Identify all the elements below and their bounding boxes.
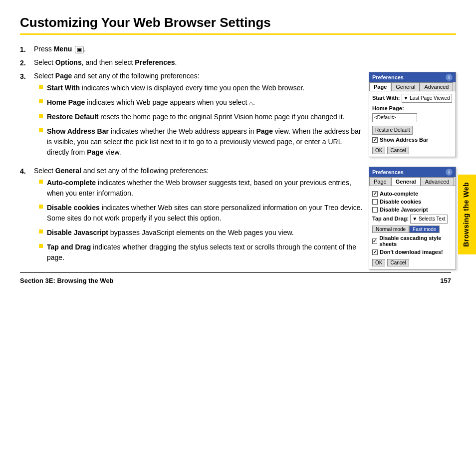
side-tab: Browsing the Web (458, 175, 476, 254)
bullet-show-address-bar: Show Address Bar indicates whether the W… (34, 126, 364, 158)
bullet-icon-4 (39, 128, 43, 132)
prefs-tabs-1: Page General Advanced (369, 82, 456, 91)
prefs-tab-general[interactable]: General (391, 82, 420, 91)
bullet-text-2: Home Page indicates which Web page appea… (47, 97, 364, 108)
tap-drag-row: Tap and Drag: ▼ Selects Text (372, 215, 453, 224)
bullet-auto-complete: Auto-complete indicates whether the Web … (34, 178, 364, 199)
step-3-text-col: Select Page and set any of the following… (34, 72, 364, 162)
info-icon-1: i (446, 74, 453, 81)
disable-js-checkbox[interactable] (372, 207, 378, 213)
disable-js-label: Disable Javascript (380, 207, 428, 213)
prefs-titlebar-2: Preferences i (369, 167, 456, 177)
prefs-tab-advanced-2[interactable]: Advanced (421, 177, 454, 186)
page-title: Customizing Your Web Browser Settings (20, 15, 456, 30)
restore-default-btn[interactable]: Restore Default (372, 126, 413, 135)
disable-css-label: Disable cascading style sheets (379, 235, 453, 247)
bullet-icon-5 (39, 180, 43, 184)
ok-btn-2[interactable]: OK (372, 259, 385, 266)
prefs-tab-page[interactable]: Page (369, 82, 391, 91)
bullet-text-4: Show Address Bar indicates whether the W… (47, 126, 364, 158)
step-4-text-col: Select General and set any of the follow… (34, 167, 364, 267)
home-page-row: Home Page: <Default> (372, 105, 453, 122)
bullet-text-7: Disable Javascript bypasses JavaScript e… (47, 228, 364, 238)
page-footer: Section 3E: Browsing the Web 157 (20, 272, 451, 284)
step-3-bullets: Start With indicates which view is displ… (34, 83, 364, 158)
start-with-dropdown[interactable]: ▼ Last Page Viewed (402, 94, 452, 103)
info-icon-2: i (446, 169, 453, 176)
restore-default-row: Restore Default (372, 124, 453, 135)
bullet-icon-6 (39, 205, 43, 209)
bullet-text-5: Auto-complete indicates whether the Web … (47, 178, 364, 199)
page-label: Page (55, 72, 72, 80)
prefs-buttons-1: OK Cancel (372, 145, 453, 154)
bullet-icon-7 (39, 230, 43, 234)
bullet-text-8: Tap and Drag indicates whether dragging … (47, 242, 364, 263)
disable-cookies-checkbox[interactable] (372, 199, 378, 205)
bullet-text-3: Restore Default resets the home page to … (47, 112, 364, 122)
prefs-tab-advanced[interactable]: Advanced (420, 82, 453, 91)
bullet-icon-3 (39, 114, 43, 118)
step-4-num: 4. (20, 167, 34, 175)
prefs-tab-page-2[interactable]: Page (369, 177, 391, 186)
footer-section: Section 3E: Browsing the Web (20, 277, 114, 284)
step-3-intro: Select Page and set any of the following… (34, 72, 364, 80)
mode-row: Normal mode Fast mode (372, 226, 453, 233)
cancel-btn-1[interactable]: Cancel (387, 147, 409, 154)
auto-complete-label: Auto-complete (380, 191, 418, 197)
prefs-tabs-2: Page General Advanced (369, 177, 456, 186)
start-with-label: Start With: (372, 95, 400, 101)
main-list: 1. Press Menu ▣. 2. Select Options, and … (20, 45, 456, 269)
tap-drag-dropdown[interactable]: ▼ Selects Text (410, 215, 447, 224)
prefs-widget-page: Preferences i Page General Advanced Star… (369, 72, 456, 157)
normal-mode-btn[interactable]: Normal mode (372, 226, 409, 233)
auto-complete-checkbox[interactable]: ✓ (372, 191, 378, 197)
show-address-bar-row: ✓ Show Address Bar (372, 137, 453, 143)
prefs-buttons-2: OK Cancel (372, 257, 453, 266)
bullet-tap-and-drag: Tap and Drag indicates whether dragging … (34, 242, 364, 263)
bullet-disable-cookies: Disable cookies indicates whether Web si… (34, 203, 364, 224)
general-label: General (55, 167, 81, 175)
home-page-input[interactable]: <Default> (372, 113, 417, 122)
no-images-row: ✓ Don't download images! (372, 249, 453, 255)
page-container: Customizing Your Web Browser Settings 1.… (0, 0, 476, 294)
title-underline (20, 33, 456, 35)
home-icon: ⌂ (249, 98, 253, 108)
prefs-widget-general: Preferences i Page General Advanced ✓ Au… (369, 167, 456, 269)
prefs-titlebar-1: Preferences i (369, 72, 456, 82)
ok-btn-1[interactable]: OK (372, 147, 385, 154)
show-address-bar-checkbox[interactable]: ✓ (372, 137, 378, 143)
disable-css-checkbox[interactable]: ✓ (372, 238, 377, 244)
step-4-content: Select General and set any of the follow… (34, 167, 456, 269)
step-1-content: Press Menu ▣. (34, 45, 456, 53)
bullet-start-with: Start With indicates which view is displ… (34, 83, 364, 93)
step-4-bullets: Auto-complete indicates whether the Web … (34, 178, 364, 263)
bullet-disable-javascript: Disable Javascript bypasses JavaScript e… (34, 228, 364, 238)
step-2-content: Select Options, and then select Preferen… (34, 58, 456, 66)
disable-cookies-label: Disable cookies (380, 199, 421, 205)
step-3-content: Select Page and set any of the following… (34, 72, 456, 162)
step-1-num: 1. (20, 45, 34, 53)
prefs-body-2: ✓ Auto-complete Disable cookies Disable … (369, 186, 456, 269)
fast-mode-btn[interactable]: Fast mode (409, 226, 440, 233)
prefs-title-2: Preferences (372, 169, 404, 175)
bullet-restore-default: Restore Default resets the home page to … (34, 112, 364, 122)
no-images-checkbox[interactable]: ✓ (372, 249, 378, 255)
preferences-label-step2: Preferences (135, 58, 175, 66)
bullet-text-1: Start With indicates which view is displ… (47, 83, 364, 93)
footer-page: 157 (440, 277, 451, 284)
prefs-body-1: Start With: ▼ Last Page Viewed Home Page… (369, 91, 456, 157)
show-address-bar-label: Show Address Bar (380, 137, 428, 143)
step-4-intro: Select General and set any of the follow… (34, 167, 364, 175)
cancel-btn-2[interactable]: Cancel (387, 259, 409, 266)
step-1: 1. Press Menu ▣. (20, 45, 456, 53)
step-4-layout: Select General and set any of the follow… (34, 167, 456, 269)
start-with-row: Start With: ▼ Last Page Viewed (372, 94, 453, 103)
menu-label: Menu (54, 45, 72, 53)
step-3-layout: Select Page and set any of the following… (34, 72, 456, 162)
tap-drag-label: Tap and Drag: (372, 216, 409, 222)
step-2-num: 2. (20, 58, 34, 67)
options-label: Options (55, 58, 82, 66)
bullet-text-6: Disable cookies indicates whether Web si… (47, 203, 364, 224)
step-4: 4. Select General and set any of the fol… (20, 167, 456, 269)
prefs-tab-general-2[interactable]: General (391, 177, 421, 186)
